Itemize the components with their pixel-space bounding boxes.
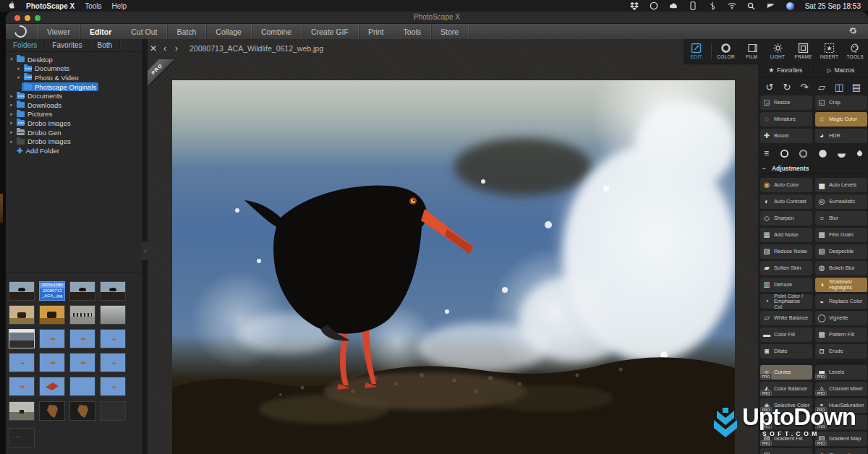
tab-viewer[interactable]: Viewer bbox=[37, 24, 80, 39]
rotate-right-icon[interactable]: ↻ bbox=[780, 82, 794, 93]
thumbnail[interactable] bbox=[9, 428, 35, 447]
vignette-dark-center-icon[interactable] bbox=[799, 150, 807, 158]
tab-collage[interactable]: Collage bbox=[206, 24, 252, 39]
tool-button-channel-mixer[interactable]: ◬PROChannel Mixer bbox=[815, 382, 867, 396]
disclosure-closed-icon[interactable]: ▸ bbox=[9, 139, 14, 145]
tool-button-miniature[interactable]: ◌Miniature bbox=[760, 112, 812, 127]
panel-tab-film[interactable]: FILM bbox=[739, 43, 765, 59]
device-icon[interactable] bbox=[689, 1, 697, 10]
next-image-icon[interactable]: › bbox=[171, 43, 182, 53]
folder-tree-item[interactable]: ▸Drobo Images bbox=[6, 119, 142, 128]
thumbnail[interactable] bbox=[9, 353, 35, 372]
tab-combine[interactable]: Combine bbox=[252, 24, 302, 39]
tool-button-vignette[interactable]: ◯Vignette bbox=[815, 311, 867, 325]
list-icon[interactable]: ≡ bbox=[764, 148, 769, 158]
tool-button-dilate[interactable]: ◙Dilate bbox=[760, 344, 812, 359]
thumbnail[interactable] bbox=[69, 281, 95, 301]
thumbnail[interactable] bbox=[9, 305, 35, 325]
thumbnail[interactable] bbox=[9, 329, 35, 348]
thumbnail[interactable] bbox=[100, 329, 126, 348]
thumbnail[interactable] bbox=[100, 377, 126, 396]
thumbnail[interactable] bbox=[100, 305, 126, 325]
tool-button-color-balance[interactable]: ◭PROColor Balance bbox=[760, 382, 812, 396]
tab-tools[interactable]: Tools bbox=[393, 24, 431, 39]
thumbnail[interactable] bbox=[100, 401, 126, 421]
panel-tab-frame[interactable]: FRAME bbox=[791, 43, 817, 59]
siri-icon[interactable] bbox=[786, 2, 794, 10]
cloud-icon[interactable] bbox=[669, 1, 678, 10]
tab-editor[interactable]: Editor bbox=[80, 24, 122, 39]
tool-button-erode[interactable]: ◘Erode bbox=[815, 344, 867, 359]
flip-vertical-icon[interactable]: ▤ bbox=[849, 82, 864, 93]
folder-tree-item[interactable]: Photscape Originals bbox=[6, 82, 142, 92]
tool-button-curves[interactable]: ≈PROCurves bbox=[760, 365, 812, 380]
adjustments-section-header[interactable]: − Adjustments bbox=[762, 163, 864, 174]
close-image-icon[interactable]: ✕ bbox=[148, 43, 159, 53]
folder-tree-item[interactable]: ▾Desktop bbox=[6, 55, 142, 64]
thumbnail[interactable] bbox=[39, 401, 65, 421]
photo-oystercatcher[interactable] bbox=[172, 80, 735, 454]
thumbnail[interactable] bbox=[9, 401, 35, 421]
tool-button-add-noise[interactable]: ▦Add Noise bbox=[760, 228, 812, 242]
tab-batch[interactable]: Batch bbox=[167, 24, 206, 39]
tool-button-auto-color[interactable]: ◉Auto Color bbox=[760, 178, 812, 192]
folder-tree-item[interactable]: ▸Pictures bbox=[6, 110, 142, 119]
thumbnail[interactable] bbox=[69, 329, 95, 348]
rotate-left-icon[interactable]: ↺ bbox=[762, 82, 777, 93]
disclosure-closed-icon[interactable]: ▸ bbox=[9, 120, 14, 126]
tool-button-pattern-fill[interactable]: ▩Pattern Fill bbox=[815, 327, 867, 342]
macros-button[interactable]: ▷ Macros bbox=[813, 67, 868, 74]
gear-icon[interactable] bbox=[848, 26, 858, 38]
panel-tab-edit[interactable]: EDIT bbox=[684, 43, 712, 59]
dock-icon[interactable] bbox=[767, 1, 775, 10]
window-title-bar[interactable]: PhotoScape X bbox=[6, 12, 868, 24]
disclosure-closed-icon[interactable]: ▸ bbox=[9, 129, 14, 135]
tool-button-sharpen[interactable]: ◇Sharpen bbox=[760, 211, 812, 226]
thumbnail[interactable] bbox=[9, 281, 35, 301]
tool-button-bloom[interactable]: ✚Bloom bbox=[760, 129, 812, 143]
thumbnail[interactable] bbox=[100, 353, 126, 372]
tool-button-bokeh-blur[interactable]: ◍Bokeh Blur bbox=[815, 261, 867, 275]
tool-button-color-fill[interactable]: ▬Color Fill bbox=[760, 327, 812, 342]
sidebar-tab-both[interactable]: Both bbox=[90, 41, 120, 49]
tool-button-levels[interactable]: ▅PROLevels bbox=[815, 365, 867, 380]
creative-cloud-icon[interactable] bbox=[650, 1, 658, 10]
folder-tree-item[interactable]: ▸Drobo Gen bbox=[6, 128, 142, 137]
tab-cut-out[interactable]: Cut Out bbox=[122, 24, 167, 39]
sidebar-tab-folders[interactable]: Folders bbox=[6, 41, 45, 49]
folder-tree-item[interactable]: ✚Add Folder bbox=[6, 146, 142, 155]
wifi-icon[interactable] bbox=[728, 1, 736, 10]
perspective-icon[interactable]: ▱ bbox=[814, 82, 829, 93]
tool-button-reduce-noise[interactable]: ▨Reduce Noise bbox=[760, 244, 812, 259]
tab-store[interactable]: Store bbox=[431, 24, 469, 39]
tab-print[interactable]: Print bbox=[359, 24, 394, 39]
vignette-ring-icon[interactable] bbox=[780, 150, 788, 158]
thumbnail[interactable] bbox=[39, 377, 65, 396]
thumbnail[interactable] bbox=[39, 305, 65, 325]
rotate-arbitrary-icon[interactable]: ↷ bbox=[797, 82, 812, 93]
collapse-section-icon[interactable]: − bbox=[762, 165, 766, 172]
previous-image-icon[interactable]: ‹ bbox=[159, 43, 171, 53]
panel-tab-light[interactable]: LIGHT bbox=[765, 43, 791, 59]
tool-button-hdr[interactable]: ◕HDR bbox=[815, 129, 867, 143]
folder-tree-item[interactable]: ▸Downloads bbox=[6, 100, 142, 110]
tab-create-gif[interactable]: Create GIF bbox=[302, 24, 359, 39]
tool-button-dehaze[interactable]: ▥Dehaze bbox=[760, 278, 812, 292]
tool-button-replace-color[interactable]: ◒Replace Color bbox=[815, 294, 867, 309]
menubar-app-name[interactable]: PhotoScape X bbox=[26, 2, 75, 10]
disclosure-closed-icon[interactable]: ▸ bbox=[9, 93, 14, 99]
menubar-menu-tools[interactable]: Tools bbox=[85, 2, 101, 10]
flip-horizontal-icon[interactable]: ◫ bbox=[832, 82, 846, 93]
tool-button-hidden[interactable]: ▣PRO bbox=[760, 448, 812, 454]
thumbnail[interactable] bbox=[100, 281, 126, 301]
tool-button-surrealistic[interactable]: ◎Surrealistic bbox=[815, 194, 867, 209]
apple-logo-icon[interactable] bbox=[7, 1, 16, 10]
tool-button-point-color-emphasize-col-[interactable]: ◔Point Color / Emphasize Col. bbox=[760, 294, 812, 309]
tool-button-soften-skin[interactable]: ▰Soften Skin bbox=[760, 261, 812, 275]
thumbnail-selected[interactable]: 1920x128020080713_ACA_.jpg bbox=[39, 281, 65, 301]
thumbnail[interactable] bbox=[69, 401, 95, 421]
thumbnail[interactable] bbox=[39, 329, 65, 348]
favorites-button[interactable]: ★ Favorites bbox=[758, 67, 813, 74]
tool-button-resize[interactable]: ◲Resize bbox=[760, 95, 812, 110]
tool-button-shadows-highlights[interactable]: ◑Shadows/ Highlights bbox=[815, 278, 867, 292]
